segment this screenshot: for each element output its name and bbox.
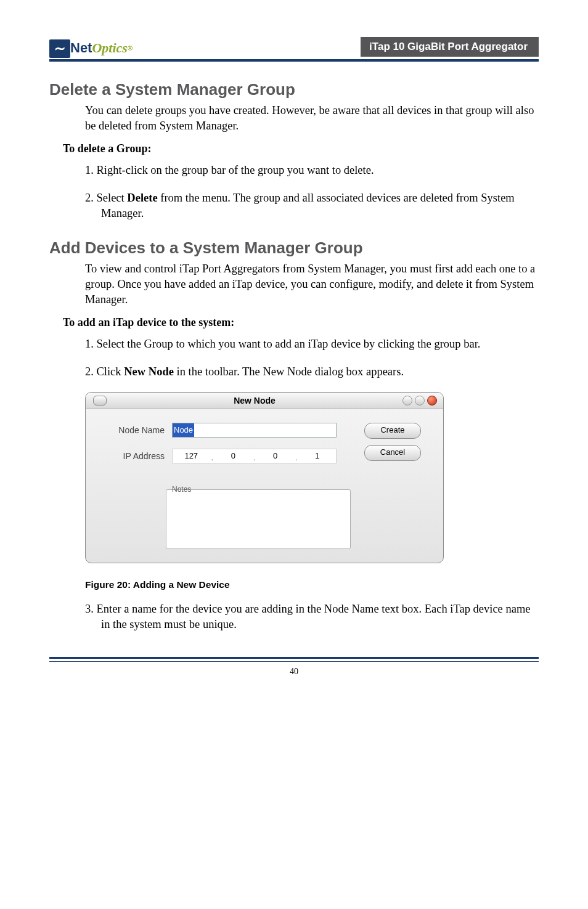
footer-divider-thick xyxy=(49,657,539,659)
header-divider xyxy=(49,59,539,62)
dialog-titlebar-left-icon xyxy=(93,396,107,406)
window-max-icon[interactable] xyxy=(415,396,425,406)
section2-step-1: 1. Select the Group to which you want to… xyxy=(85,336,539,352)
brand-logo: ∼NetOptics® xyxy=(49,39,133,57)
cancel-button[interactable]: Cancel xyxy=(364,445,421,461)
logo-text-optics: Optics xyxy=(92,40,127,56)
node-name-label: Node Name xyxy=(97,425,172,435)
dialog-titlebar: New Node xyxy=(86,393,443,409)
figure-new-node-dialog: New Node Node Name Node xyxy=(85,392,539,563)
ip-octet-1[interactable]: 127 xyxy=(173,451,210,460)
dialog-title: New Node xyxy=(234,396,276,406)
logo-tilde-icon: ∼ xyxy=(49,39,70,58)
footer-divider-thin xyxy=(49,661,539,662)
ip-address-label: IP Address xyxy=(97,451,172,461)
node-name-value: Node xyxy=(173,423,194,437)
document-title-box: iTap 10 GigaBit Port Aggregator xyxy=(361,37,539,57)
section1-step-2: 2. Select Delete from the menu. The grou… xyxy=(85,190,539,221)
section-heading-delete-group: Delete a System Manager Group xyxy=(49,80,539,99)
section2-intro: To view and control iTap Port Aggregator… xyxy=(85,261,539,308)
ip-dot: . xyxy=(294,453,299,463)
section1-subhead: To delete a Group: xyxy=(63,142,539,155)
node-name-field[interactable]: Node xyxy=(172,423,337,438)
ip-dot: . xyxy=(210,453,215,463)
ip-address-field[interactable]: 127 . 0 . 0 . 1 xyxy=(172,449,337,463)
logo-registered-icon: ® xyxy=(128,44,133,52)
window-close-icon[interactable] xyxy=(427,396,437,406)
page-number: 40 xyxy=(49,667,539,677)
section2-step-2: 2. Click New Node in the toolbar. The Ne… xyxy=(85,364,539,380)
logo-text-net: Net xyxy=(70,40,92,56)
ip-octet-2[interactable]: 0 xyxy=(214,451,252,460)
section-heading-add-devices: Add Devices to a System Manager Group xyxy=(49,238,539,258)
create-button[interactable]: Create xyxy=(364,423,421,439)
ip-dot: . xyxy=(252,453,257,463)
ip-octet-3[interactable]: 0 xyxy=(256,451,294,460)
section2-step-3: 3. Enter a name for the device you are a… xyxy=(85,601,539,632)
section2-subhead: To add an iTap device to the system: xyxy=(63,316,539,329)
notes-label: Notes xyxy=(171,485,192,494)
window-min-icon[interactable] xyxy=(402,396,412,406)
ip-octet-4[interactable]: 1 xyxy=(298,451,336,460)
section1-step-1: 1. Right-click on the group bar of the g… xyxy=(85,163,539,178)
notes-textarea[interactable] xyxy=(166,489,351,549)
figure-caption: Figure 20: Adding a New Device xyxy=(85,579,539,590)
new-node-dialog: New Node Node Name Node xyxy=(85,392,444,563)
section1-intro: You can delete groups you have created. … xyxy=(85,103,539,134)
